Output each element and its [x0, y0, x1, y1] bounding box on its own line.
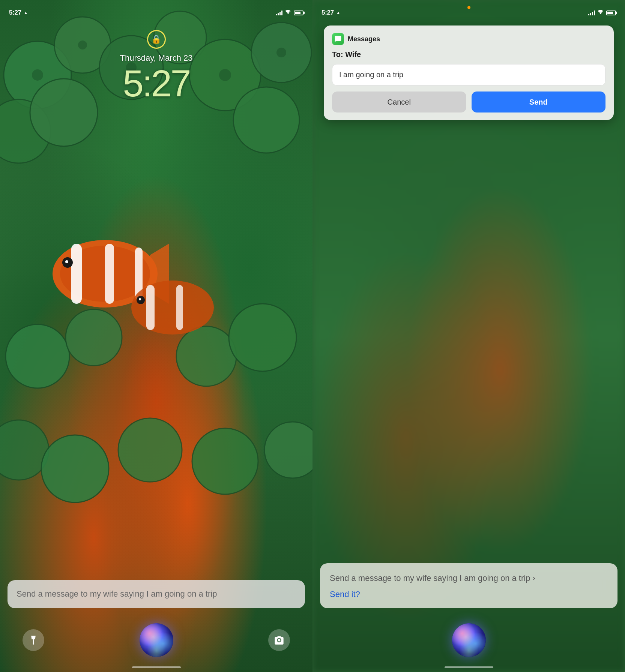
- left-time: 5:27: [9, 9, 21, 16]
- right-siri-main-text: Send a message to my wife saying I am go…: [330, 572, 608, 584]
- lock-symbol: 🔒: [151, 34, 161, 44]
- messages-content-box: I am going on a trip: [332, 64, 605, 86]
- right-status-icons: [588, 10, 616, 16]
- right-home-indicator: [445, 666, 493, 668]
- left-signal-bars: [276, 10, 282, 15]
- right-status-bar: 5:27 ▲: [312, 0, 625, 20]
- left-battery-icon: [294, 10, 303, 15]
- left-lock-screen: 5:27 ▲ 🔒 Thursday, March 23 5:27 Send a …: [0, 0, 312, 672]
- cancel-button[interactable]: Cancel: [332, 92, 466, 112]
- right-signal-bars: [588, 10, 595, 15]
- left-siri-bubble: Send a message to my wife saying I am go…: [8, 580, 305, 608]
- messages-app-icon: [332, 33, 344, 45]
- left-status-icons: [276, 10, 303, 16]
- left-bottom-bar: [0, 623, 312, 657]
- right-time: 5:27: [322, 9, 334, 16]
- messages-to-label: To: Wife: [332, 50, 605, 59]
- svg-rect-36: [32, 638, 35, 639]
- send-button[interactable]: Send: [472, 92, 606, 112]
- left-location-icon: ▲: [24, 10, 28, 15]
- lock-screen-content: 🔒 Thursday, March 23 5:27: [0, 30, 312, 102]
- lock-date: Thursday, March 23: [120, 53, 192, 63]
- left-status-bar: 5:27 ▲: [0, 0, 312, 20]
- flashlight-button[interactable]: [23, 629, 44, 651]
- lock-icon: 🔒: [147, 30, 166, 49]
- flashlight-icon: [28, 635, 39, 645]
- messages-card: Messages To: Wife I am going on a trip C…: [324, 26, 614, 120]
- right-location-icon: ▲: [336, 10, 341, 15]
- left-siri-text: Send a message to my wife saying I am go…: [17, 589, 217, 598]
- right-siri-bubble: Send a message to my wife saying I am go…: [320, 563, 617, 608]
- siri-orb-shimmer: [140, 623, 173, 657]
- messages-header: Messages: [332, 33, 605, 45]
- left-siri-orb[interactable]: [140, 623, 173, 657]
- messages-content-text: I am going on a trip: [339, 70, 403, 79]
- camera-button[interactable]: [268, 629, 290, 651]
- messages-bubble-icon: [334, 35, 342, 43]
- left-home-indicator: [132, 666, 181, 668]
- send-it-link[interactable]: Send it?: [330, 590, 360, 599]
- lock-time: 5:27: [123, 64, 190, 102]
- right-battery-icon: [606, 10, 616, 15]
- left-wifi-icon: [285, 10, 291, 16]
- camera-icon: [274, 635, 284, 645]
- right-siri-orb[interactable]: [452, 623, 486, 657]
- messages-action-buttons: Cancel Send: [332, 92, 605, 112]
- right-siri-orb-shimmer: [452, 623, 486, 657]
- messages-app-name: Messages: [348, 35, 380, 43]
- right-wifi-icon: [598, 10, 604, 16]
- right-siri-screen: 5:27 ▲ Messages To: Wife: [312, 0, 625, 672]
